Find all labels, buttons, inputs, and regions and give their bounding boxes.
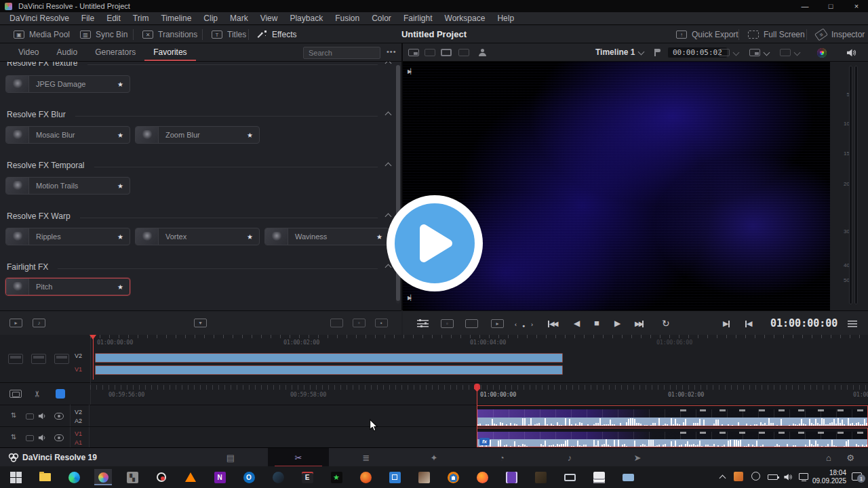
effect-card-mosaic-blur[interactable]: Mosaic Blur ★	[5, 126, 130, 144]
collapse-chevron-icon[interactable]	[385, 111, 392, 118]
taskbar-icon-blender[interactable]	[444, 469, 462, 485]
mini-track-v2-label[interactable]: V2	[75, 352, 82, 359]
maximize-button[interactable]: □	[819, 0, 842, 12]
resolution-menu-icon[interactable]	[719, 49, 730, 56]
play-overlay-button[interactable]	[387, 195, 483, 291]
track-tool-icon[interactable]	[8, 354, 23, 364]
taskbar-icon-davinci-resolve[interactable]	[94, 469, 112, 485]
track-v2-label[interactable]: V2	[75, 409, 82, 415]
range-in-marker-icon[interactable]: ▶▏	[408, 68, 413, 75]
menu-file[interactable]: File	[75, 14, 100, 23]
collapse-chevron-icon[interactable]	[385, 213, 392, 220]
taskbar-icon-edge[interactable]	[65, 469, 83, 485]
start-button[interactable]	[7, 469, 24, 485]
single-viewer-icon[interactable]	[408, 49, 419, 56]
camera-preview-icon[interactable]: ▫	[441, 319, 454, 328]
tray-expand-chevron-icon[interactable]	[719, 475, 726, 482]
menu-color[interactable]: Color	[366, 14, 397, 23]
track-lock-icon[interactable]	[26, 413, 34, 420]
jog-dot-icon[interactable]: ●	[522, 321, 525, 331]
timeline-selector-chevron-icon[interactable]	[638, 49, 645, 56]
tray-app-icon[interactable]	[732, 470, 745, 483]
prev-edit-button[interactable]: ◀	[745, 319, 752, 328]
track-record-icon[interactable]	[54, 413, 64, 420]
taskbar-icon-projector[interactable]	[619, 469, 637, 485]
track-lock-icon[interactable]	[26, 435, 34, 441]
settings-button[interactable]: ⚙	[841, 448, 860, 467]
clip-play-icon[interactable]: ▸	[491, 319, 504, 328]
flag-icon[interactable]	[654, 49, 661, 56]
section-fairlight-fx[interactable]: Fairlight FX	[7, 262, 391, 272]
favorite-star-icon[interactable]: ★	[117, 131, 123, 139]
stop-button[interactable]: ■	[594, 319, 599, 328]
effect-card-motion-trails[interactable]: Motion Trails ★	[5, 177, 130, 195]
menu-view[interactable]: View	[254, 14, 284, 23]
timeline-options-menu-icon[interactable]	[848, 320, 857, 327]
tab-audio[interactable]: Audio	[47, 43, 86, 61]
notification-center-icon[interactable]: 1	[852, 472, 862, 481]
minimize-button[interactable]: —	[793, 0, 816, 12]
mini-clip-v2[interactable]	[95, 353, 563, 363]
play-reverse-button[interactable]: ◀	[574, 319, 580, 328]
favorite-star-icon[interactable]: ★	[247, 131, 253, 139]
menu-fairlight[interactable]: Fairlight	[397, 14, 439, 23]
tray-camera-icon[interactable]	[751, 472, 760, 481]
jog-right-icon[interactable]: ›	[531, 320, 532, 329]
sync-bin-button[interactable]: ▥ Sync Bin	[80, 26, 127, 43]
section-resolve-fx-blur[interactable]: Resolve FX Blur	[7, 109, 391, 120]
viewer-mode-icon[interactable]	[441, 49, 452, 56]
effects-button[interactable]: Effects	[258, 26, 296, 43]
quick-export-button[interactable]: ↑ Quick Export	[676, 26, 738, 43]
effect-card-vortex[interactable]: Vortex ★	[135, 228, 260, 245]
menu-trim[interactable]: Trim	[127, 14, 155, 23]
mini-timeline-ruler[interactable]	[90, 335, 868, 338]
taskbar-icon-vmware[interactable]	[386, 469, 403, 485]
home-button[interactable]: ⌂	[819, 448, 838, 467]
menu-playback[interactable]: Playback	[283, 14, 329, 23]
effect-card-ripples[interactable]: Ripples ★	[5, 228, 130, 245]
track-move-icon[interactable]: ⇅	[11, 411, 16, 419]
page-fairlight[interactable]: ♪	[539, 448, 600, 467]
track-tool-icon[interactable]	[31, 354, 46, 364]
tools-sliders-icon[interactable]	[417, 319, 429, 327]
taskbar-icon-paint-tool[interactable]	[415, 469, 433, 485]
track-tool-icon[interactable]	[54, 354, 69, 364]
menu-davinci-resolve[interactable]: DaVinci Resolve	[3, 14, 75, 23]
collapse-chevron-icon[interactable]	[385, 62, 392, 66]
full-screen-button[interactable]: Full Screen	[748, 26, 805, 43]
mini-clip-v1[interactable]	[95, 365, 563, 375]
effect-card-zoom-blur[interactable]: Zoom Blur ★	[135, 126, 260, 144]
taskbar-icon-texture-pack[interactable]	[532, 469, 549, 485]
section-resolve-fx-warp[interactable]: Resolve FX Warp	[7, 211, 391, 222]
timeline-selector[interactable]: Timeline 1	[595, 47, 635, 57]
section-resolve-fx-temporal[interactable]: Resolve FX Temporal	[7, 160, 391, 171]
collapse-chevron-icon[interactable]	[385, 162, 392, 169]
taskbar-icon-notes[interactable]	[590, 469, 608, 485]
go-to-start-button[interactable]: ◀◀	[548, 319, 557, 329]
taskbar-icon-steam[interactable]	[269, 469, 287, 485]
taskbar-icon-obs[interactable]	[153, 469, 170, 485]
zoom-menu-icon[interactable]	[780, 49, 791, 56]
page-media[interactable]: ▤	[200, 448, 261, 467]
append-clip-icon[interactable]: ▸	[9, 319, 22, 327]
loop-button[interactable]: ↻	[662, 319, 670, 328]
favorite-star-icon[interactable]: ★	[117, 233, 123, 241]
taskbar-icon-explorer[interactable]	[36, 469, 54, 485]
tab-generators[interactable]: Generators	[86, 43, 144, 61]
grid-view-icon[interactable]	[458, 49, 469, 56]
insert-clip-icon[interactable]: ▾	[194, 319, 207, 327]
effect-card-waviness[interactable]: Waviness ★	[264, 228, 389, 245]
inspector-button[interactable]: ≡ Inspector	[816, 26, 865, 43]
tray-volume-icon[interactable]	[783, 473, 793, 481]
display-chevron-icon[interactable]	[764, 49, 770, 56]
titles-button[interactable]: T Titles	[212, 26, 246, 43]
mini-track-v1-label[interactable]: V1	[75, 366, 82, 373]
tray-battery-icon[interactable]	[768, 474, 778, 480]
film-view-icon[interactable]: ▪	[375, 319, 388, 327]
display-menu-icon[interactable]	[749, 49, 760, 56]
taskbar-icon-curseforge[interactable]	[357, 469, 374, 485]
snapping-icon[interactable]	[56, 389, 65, 399]
collaboration-icon[interactable]	[479, 49, 487, 56]
menu-workspace[interactable]: Workspace	[439, 14, 492, 23]
close-button[interactable]: ×	[845, 0, 868, 12]
